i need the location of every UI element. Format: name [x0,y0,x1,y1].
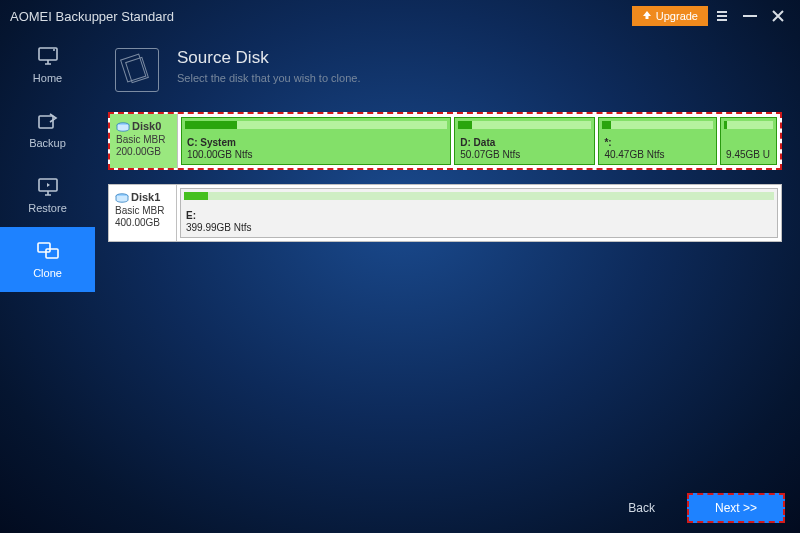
sidebar-item-clone[interactable]: Clone [0,227,95,292]
close-button[interactable] [764,2,792,30]
partition-label: D: Data [460,137,589,149]
page-header: Source Disk Select the disk that you wis… [105,40,785,112]
footer: Back Next >> [614,493,785,523]
partition-size: 9.45GB U [726,149,771,161]
disk-type: Basic MBR [116,134,165,145]
sidebar-item-label: Backup [29,137,66,149]
back-button[interactable]: Back [614,495,669,521]
partition-label: *: [604,137,711,149]
disk-meta: Disk0Basic MBR200.00GB [110,114,178,168]
page-heading-block: Source Disk Select the disk that you wis… [177,48,360,84]
sidebar-item-restore[interactable]: Restore [0,162,95,227]
app-title: AOMEI Backupper Standard [10,9,632,24]
partition-wrap: C: System100.00GB NtfsD: Data50.07GB Ntf… [178,114,780,168]
partition-usage-bar [184,192,774,200]
svg-rect-5 [46,249,58,258]
next-button[interactable]: Next >> [687,493,785,523]
source-disk-icon [115,48,159,92]
sidebar-item-label: Home [33,72,62,84]
partition-size: 40.47GB Ntfs [604,149,711,161]
partition-label: E: [186,210,772,222]
disk-list: Disk0Basic MBR200.00GBC: System100.00GB … [105,112,785,242]
upgrade-button[interactable]: Upgrade [632,6,708,26]
disk-size: 400.00GB [115,217,160,228]
restore-icon [36,175,60,197]
partition-usage-bar [185,121,447,129]
app-window: AOMEI Backupper Standard Upgrade Home Ba… [0,0,800,533]
partition-size: 399.99GB Ntfs [186,222,772,234]
partition[interactable]: E:399.99GB Ntfs [180,188,778,238]
disk-icon [115,193,129,203]
upgrade-icon [642,10,652,22]
partition-wrap: E:399.99GB Ntfs [177,185,781,241]
titlebar: AOMEI Backupper Standard Upgrade [0,0,800,32]
disk-size: 200.00GB [116,146,161,157]
svg-point-1 [53,49,55,51]
partition[interactable]: D: Data50.07GB Ntfs [454,117,595,165]
sidebar-item-home[interactable]: Home [0,32,95,97]
disk-meta: Disk1Basic MBR400.00GB [109,185,177,241]
clone-icon [36,240,60,262]
sidebar-item-label: Clone [33,267,62,279]
disk-icon [116,122,130,132]
disk-type: Basic MBR [115,205,164,216]
page-subtitle: Select the disk that you wish to clone. [177,72,360,84]
sidebar-item-backup[interactable]: Backup [0,97,95,162]
partition-size: 50.07GB Ntfs [460,149,589,161]
partition[interactable]: C: System100.00GB Ntfs [181,117,451,165]
sidebar: Home Backup Restore Clone [0,32,95,533]
svg-rect-4 [38,243,50,252]
monitor-icon [36,45,60,67]
partition-usage-bar [724,121,773,129]
disk-name: Disk0 [132,120,161,132]
sidebar-item-label: Restore [28,202,67,214]
partition-label: C: System [187,137,445,149]
partition-size: 100.00GB Ntfs [187,149,445,161]
partition-usage-bar [458,121,591,129]
menu-icon[interactable] [708,2,736,30]
partition-usage-bar [602,121,713,129]
partition[interactable]: 9.45GB U [720,117,777,165]
disk-name: Disk1 [131,191,160,203]
disk-row[interactable]: Disk1Basic MBR400.00GBE:399.99GB Ntfs [108,184,782,242]
minimize-button[interactable] [736,2,764,30]
partition[interactable]: *:40.47GB Ntfs [598,117,717,165]
upgrade-label: Upgrade [656,10,698,22]
backup-icon [36,110,60,132]
content: Source Disk Select the disk that you wis… [105,40,785,483]
disk-row[interactable]: Disk0Basic MBR200.00GBC: System100.00GB … [108,112,782,170]
page-title: Source Disk [177,48,360,68]
